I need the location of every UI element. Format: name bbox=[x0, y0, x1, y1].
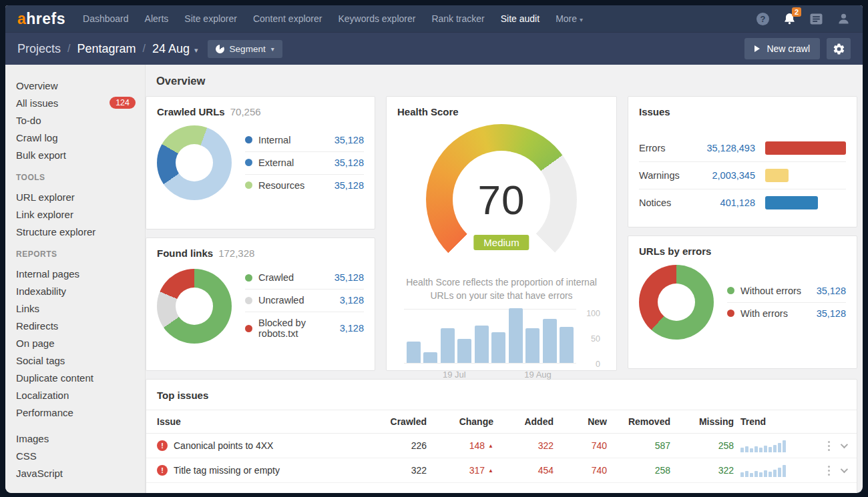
sidebar-item-url-explorer[interactable]: URL explorer bbox=[16, 188, 145, 205]
nav-item-keywords-explorer[interactable]: Keywords explorer bbox=[338, 13, 415, 24]
error-icon: ! bbox=[157, 440, 168, 451]
nav-item-more[interactable]: More ▾ bbox=[556, 13, 583, 24]
nav-item-dashboard[interactable]: Dashboard bbox=[83, 13, 129, 24]
new-crawl-button[interactable]: New crawl bbox=[744, 38, 820, 59]
sidebar-item-performance[interactable]: Performance bbox=[16, 404, 145, 421]
issue-link[interactable]: Title tag missing or empty bbox=[174, 465, 280, 476]
health-score-card: Health Score 70 Medium Health Score refl… bbox=[386, 96, 617, 371]
missing-value-link[interactable]: 322 bbox=[670, 465, 734, 476]
change-value-link[interactable]: 317 bbox=[469, 465, 485, 476]
sidebar-item-on-page[interactable]: On page bbox=[16, 334, 145, 352]
sidebar-item-redirects[interactable]: Redirects bbox=[16, 317, 145, 334]
sidebar-item-internal-pages[interactable]: Internal pages bbox=[16, 265, 145, 282]
new-value-link[interactable]: 740 bbox=[554, 465, 607, 476]
chevron-down-icon: ▾ bbox=[580, 16, 583, 23]
notifications-bell-icon[interactable]: 2 bbox=[783, 12, 796, 25]
legend-value-link[interactable]: 3,128 bbox=[340, 323, 364, 334]
nav-item-site-explorer[interactable]: Site explorer bbox=[184, 13, 237, 24]
legend-value-link[interactable]: 35,128 bbox=[817, 308, 846, 319]
crawled-value-link[interactable]: 226 bbox=[367, 440, 427, 451]
top-issues-card: Top issues IssueCrawledChangeAddedNewRem… bbox=[146, 379, 857, 493]
urls-by-errors-legend: Without errors 35,128 With errors 35,128 bbox=[727, 280, 846, 325]
sidebar-item-overview[interactable]: Overview bbox=[16, 77, 145, 94]
crawl-date-dropdown[interactable]: 24 Aug ▾ bbox=[152, 42, 198, 56]
user-account-icon[interactable] bbox=[837, 12, 851, 25]
history-bar bbox=[509, 308, 523, 363]
x-axis-label: 19 Aug bbox=[524, 370, 552, 380]
sidebar-item-social-tags[interactable]: Social tags bbox=[16, 352, 145, 369]
issues-count-link[interactable]: 2,003,345 bbox=[687, 170, 755, 181]
added-value-link[interactable]: 454 bbox=[493, 465, 554, 476]
change-value-link[interactable]: 148 bbox=[469, 440, 485, 451]
sidebar-item-link-explorer[interactable]: Link explorer bbox=[16, 205, 145, 223]
issue-link[interactable]: Canonical points to 4XX bbox=[174, 440, 273, 451]
legend-value-link[interactable]: 35,128 bbox=[335, 135, 364, 145]
breadcrumb-project-name[interactable]: Pentagram bbox=[77, 42, 136, 56]
segment-pie-icon bbox=[216, 45, 224, 53]
removed-value-link[interactable]: 258 bbox=[607, 465, 670, 476]
main-area: OverviewAll issues124To-doCrawl logBulk … bbox=[5, 65, 863, 493]
issues-row-errors: Errors 35,128,493 bbox=[639, 135, 846, 162]
legend-value-link[interactable]: 35,128 bbox=[335, 272, 364, 283]
nav-item-content-explorer[interactable]: Content explorer bbox=[253, 13, 322, 24]
new-value-link[interactable]: 740 bbox=[554, 440, 607, 451]
app-window: ahrefs DashboardAlertsSite explorerConte… bbox=[5, 5, 863, 493]
history-bar bbox=[475, 326, 489, 363]
sidebar-item-bulk-export[interactable]: Bulk export bbox=[16, 146, 145, 163]
issues-count-link[interactable]: 35,128,493 bbox=[687, 143, 755, 153]
ahrefs-logo[interactable]: ahrefs bbox=[17, 10, 65, 28]
column-header-removed: Removed bbox=[607, 416, 670, 427]
missing-value-link[interactable]: 258 bbox=[670, 440, 734, 451]
y-axis-tick: 100 bbox=[586, 309, 600, 318]
x-axis-label: 19 Jul bbox=[443, 370, 466, 380]
legend-value-link[interactable]: 35,128 bbox=[817, 286, 846, 296]
sidebar-item-indexability[interactable]: Indexability bbox=[16, 282, 145, 300]
column-header-issue: Issue bbox=[157, 416, 367, 427]
history-bar bbox=[543, 319, 557, 363]
changelog-icon[interactable] bbox=[810, 13, 823, 25]
nav-item-alerts[interactable]: Alerts bbox=[145, 13, 169, 24]
sidebar-item-localization[interactable]: Localization bbox=[16, 386, 145, 404]
chevron-down-icon[interactable] bbox=[841, 466, 848, 473]
help-icon[interactable]: ? bbox=[756, 13, 769, 25]
column-header-new: New bbox=[554, 416, 607, 427]
sidebar-item-structure-explorer[interactable]: Structure explorer bbox=[16, 223, 145, 240]
legend-value-link[interactable]: 3,128 bbox=[340, 295, 364, 306]
legend-value-link[interactable]: 35,128 bbox=[335, 157, 364, 168]
kebab-menu-icon[interactable] bbox=[828, 445, 830, 447]
sidebar-section-reports: REPORTS bbox=[16, 250, 145, 259]
nav-item-site-audit[interactable]: Site audit bbox=[501, 13, 539, 24]
sidebar-item-images[interactable]: Images bbox=[16, 430, 145, 447]
sidebar-item-links[interactable]: Links bbox=[16, 300, 145, 317]
segment-dropdown[interactable]: Segment ▾ bbox=[208, 40, 282, 58]
issues-count-link[interactable]: 401,128 bbox=[687, 197, 755, 208]
issues-bar bbox=[765, 196, 818, 209]
added-value-link[interactable]: 322 bbox=[493, 440, 554, 451]
table-row: !Title tag missing or empty 322 317▲ 454… bbox=[146, 458, 857, 483]
sidebar-item-javascript[interactable]: JavaScript bbox=[16, 464, 145, 482]
column-header-crawled: Crawled bbox=[367, 416, 427, 427]
gear-icon bbox=[833, 43, 845, 55]
sidebar: OverviewAll issues124To-doCrawl logBulk … bbox=[5, 65, 146, 493]
legend-dot bbox=[245, 325, 252, 332]
crawled-urls-donut-chart bbox=[157, 125, 232, 200]
removed-value-link[interactable]: 587 bbox=[607, 440, 670, 451]
project-header-bar: Projects / Pentagram / 24 Aug ▾ Segment … bbox=[5, 32, 863, 65]
nav-item-rank-tracker[interactable]: Rank tracker bbox=[431, 13, 484, 24]
sidebar-item-duplicate-content[interactable]: Duplicate content bbox=[16, 369, 145, 386]
breadcrumb: Projects / Pentagram / 24 Aug ▾ bbox=[17, 42, 198, 56]
chevron-down-icon[interactable] bbox=[841, 441, 848, 448]
legend-item-external: External 35,128 bbox=[245, 152, 364, 175]
crawled-value-link[interactable]: 322 bbox=[367, 465, 427, 476]
sidebar-item-to-do[interactable]: To-do bbox=[16, 111, 145, 129]
settings-button[interactable] bbox=[827, 38, 851, 59]
trend-up-icon: ▲ bbox=[488, 443, 493, 449]
sidebar-item-css[interactable]: CSS bbox=[16, 447, 145, 464]
breadcrumb-projects[interactable]: Projects bbox=[17, 42, 61, 56]
sidebar-item-crawl-log[interactable]: Crawl log bbox=[16, 129, 145, 146]
legend-value-link[interactable]: 35,128 bbox=[335, 180, 364, 191]
column-header-trend: Trend bbox=[734, 416, 807, 427]
primary-nav: DashboardAlertsSite explorerContent expl… bbox=[83, 13, 583, 24]
sidebar-item-all-issues[interactable]: All issues124 bbox=[16, 94, 145, 111]
kebab-menu-icon[interactable] bbox=[828, 470, 830, 472]
